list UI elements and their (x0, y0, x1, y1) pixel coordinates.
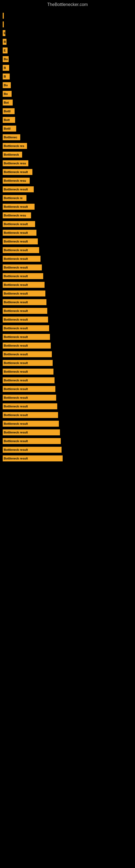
bar-row: Bottleneck result (3, 437, 135, 445)
bar-row: Bottleneck result (3, 229, 135, 237)
bar-row: Bottleneck result (3, 385, 135, 393)
bar-item: Bottleneck result (3, 429, 60, 435)
bar-row: Bottleneck result (3, 238, 135, 245)
bar-row: Bottleneck result (3, 368, 135, 375)
bar-row: Bottleneck result (3, 333, 135, 341)
bar-label: Bottleneck result (4, 457, 28, 460)
bar-label: Bottleneck result (4, 413, 28, 416)
bar-label: E (4, 31, 5, 35)
bar-item: B (3, 65, 9, 71)
bar-item: Bottleneck result (3, 351, 52, 357)
bar-label: Bottleneck result (4, 318, 28, 321)
bar-label: Bottleneck result (4, 292, 28, 295)
bar-row: Bottleneck result (3, 350, 135, 358)
bar-item: Bottleneck result (3, 239, 38, 244)
bar-item: Bottleneck result (3, 369, 53, 375)
bar-label: Bottleneck result (4, 379, 28, 382)
bar-row: Bot (3, 99, 135, 106)
bar-label: Bottleneck result (4, 231, 28, 235)
bar-row: B (3, 64, 135, 72)
bar-label: Bottleneck result (4, 222, 28, 226)
bar-label: Bottleneck result (4, 283, 28, 286)
bar-label: B (4, 40, 6, 43)
bar-row: Bottleneck result (3, 281, 135, 289)
bar-item: Bottleneck result (3, 169, 32, 175)
bar-item: Bottleneck result (3, 230, 37, 236)
bar-row: Bottleneck result (3, 316, 135, 323)
bar-item: Bottleneck result (3, 282, 45, 288)
bar-label: Bottleneck result (4, 344, 28, 347)
bars-container: EBEBoBBBoBoBotBottlBottBottlBottlenecBot… (0, 9, 135, 466)
bar-row (3, 12, 135, 20)
bar-item: Bottleneck re (3, 195, 27, 201)
bar-item: Bottleneck resu (3, 178, 30, 184)
bar-row: E (3, 46, 135, 54)
bar-label: Bottleneck result (4, 240, 28, 243)
bar-label: Bottleneck result (4, 327, 28, 330)
bar-label: Bottleneck result (4, 352, 28, 356)
bar-label: Bottleneck res (4, 144, 24, 148)
bar-label: Bottleneck result (4, 388, 28, 391)
bar-item: Bottleneck result (3, 204, 35, 210)
bar-label: B (4, 75, 6, 78)
bar-item: Bo (3, 91, 12, 97)
bar-label: Bottleneck result (4, 188, 28, 191)
bar-item: Bottlenec (3, 134, 20, 140)
bar-row: Bottleneck result (3, 342, 135, 349)
bar-item: Bottleneck result (3, 456, 63, 461)
bar-label: Bottleneck result (4, 439, 28, 443)
bar-label: Bottleneck re (4, 196, 23, 199)
bar-label: Bottleneck result (4, 448, 28, 452)
bar-item: Bottleneck result (3, 421, 59, 427)
bar-row: Bottleneck result (3, 264, 135, 271)
bar-row: Bo (3, 82, 135, 89)
bar-label: Bottleneck result (4, 248, 28, 252)
bar-row: Bo (3, 90, 135, 98)
bar-label: Bottleneck result (4, 205, 28, 208)
bar-row: Bottleneck result (3, 411, 135, 419)
bar-row: Bottleneck result (3, 299, 135, 306)
bar-row (3, 21, 135, 28)
bar-row: Bottl (3, 125, 135, 132)
bar-row: Bottleneck result (3, 394, 135, 401)
bar-row: B (3, 73, 135, 80)
bar-label: Bottleneck result (4, 170, 28, 174)
bar-label: Bottleneck result (4, 422, 28, 425)
bar-label: Bottleneck resu (4, 162, 26, 165)
bar-label: Bottl (4, 127, 10, 130)
bar-row: Bottleneck result (3, 446, 135, 454)
bar-row: Bottleneck result (3, 186, 135, 193)
bar-item: Bottleneck result (3, 395, 56, 401)
bar-row: Bottleneck resu (3, 177, 135, 184)
bar-label: Bottleneck result (4, 396, 28, 399)
bar-item: Bottleneck result (3, 273, 43, 279)
bar-item: Bottleneck res (3, 143, 27, 149)
bar-row: Bottleneck result (3, 246, 135, 254)
bar-label: Bot (4, 101, 9, 104)
bar-label: Bottleneck resu (4, 214, 26, 217)
bar-item: Bottleneck result (3, 265, 42, 271)
bar-item: Bott (3, 117, 15, 123)
bar-label: Bottleneck result (4, 370, 28, 373)
bar-item: Bo (3, 82, 11, 88)
bar-row: Bottleneck result (3, 203, 135, 211)
bar-label: Bottleneck result (4, 335, 28, 339)
bar-item: Bottleneck result (3, 186, 34, 192)
bar-label: Bottleneck result (4, 266, 28, 269)
bar-row: B (3, 38, 135, 45)
bar-row: Bottleneck result (3, 455, 135, 462)
bar-item: Bo (3, 56, 9, 62)
bar-label: Bottleneck result (4, 405, 28, 408)
bar-item: Bottleneck result (3, 403, 57, 409)
bar-item: Bottleneck result (3, 247, 39, 253)
bar-item: B (3, 73, 10, 80)
bar-item: Bottleneck result (3, 290, 45, 297)
bar-row: Bottleneck resu (3, 212, 135, 219)
bar-label: Bottleneck result (4, 257, 28, 260)
bar-row: Bottleneck result (3, 429, 135, 436)
bar-item: Bottleneck result (3, 308, 47, 314)
bar-label: Bo (4, 58, 8, 61)
bar-item: Bottleneck result (3, 334, 50, 340)
bar-item: Bottleneck result (3, 412, 58, 418)
site-title: TheBottlenecker.com (0, 0, 135, 9)
